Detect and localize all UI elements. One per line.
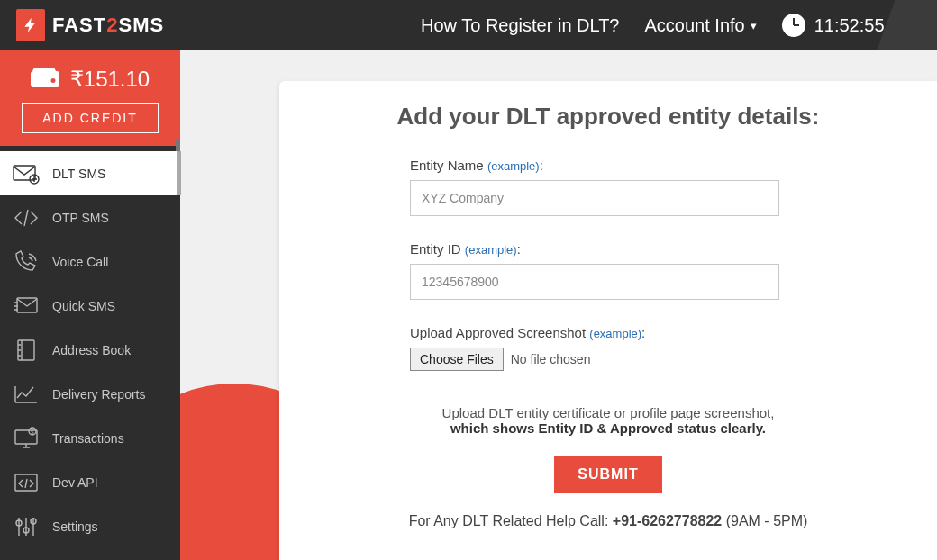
entity-form-card: Add your DLT approved entity details: En… [279, 81, 937, 560]
sidebar-item-label: DLT SMS [52, 167, 105, 181]
wallet-block: ₹151.10 ADD CREDIT [0, 50, 180, 146]
sidebar-item-dlt-sms[interactable]: DLT SMS [0, 151, 180, 195]
mail-arrow-icon [13, 294, 40, 318]
sidebar-item-label: Voice Call [52, 255, 108, 269]
brand-logo[interactable]: FAST2SMS [0, 0, 180, 50]
sidebar-item-delivery-reports[interactable]: Delivery Reports [0, 372, 180, 416]
svg-rect-2 [17, 298, 37, 312]
sidebar-item-settings[interactable]: Settings [0, 504, 180, 548]
balance-amount: ₹151.10 [70, 67, 150, 92]
entity-id-example-link[interactable]: (example) [465, 243, 517, 257]
choose-files-button[interactable]: Choose Files [410, 348, 504, 371]
phone-icon [13, 250, 40, 274]
code-window-icon [13, 471, 40, 494]
sidebar-item-label: Delivery Reports [52, 387, 145, 402]
sidebar-item-voice-call[interactable]: Voice Call [0, 239, 180, 284]
wallet-icon [31, 68, 61, 91]
header-slant [869, 0, 937, 50]
app-header: FAST2SMS How To Register in DLT? Account… [0, 0, 937, 50]
entity-id-label: Entity ID (example): [410, 241, 860, 257]
account-info-menu[interactable]: Account Info ▾ [645, 15, 757, 36]
svg-rect-0 [14, 166, 35, 180]
sidebar-item-quick-sms[interactable]: Quick SMS [0, 284, 180, 328]
sliders-icon [13, 515, 40, 538]
monitor-money-icon: $ [13, 427, 40, 450]
form-heading: Add your DLT approved entity details: [356, 103, 860, 131]
file-input-row: Choose Files No file chosen [410, 348, 860, 371]
sidebar-item-label: Quick SMS [52, 299, 115, 313]
sidebar: ₹151.10 ADD CREDIT DLT SMS OTP SMS Voice… [0, 50, 180, 560]
sidebar-item-label: Settings [52, 519, 98, 534]
chevron-down-icon: ▾ [751, 19, 757, 32]
sidebar-item-label: Dev API [52, 475, 98, 490]
bolt-icon [16, 9, 45, 41]
entity-name-label: Entity Name (example): [410, 158, 860, 173]
upload-hint: Upload DLT entity certificate or profile… [356, 405, 860, 436]
entity-name-input[interactable] [410, 180, 779, 216]
chart-icon [13, 383, 40, 406]
book-icon [13, 339, 40, 362]
sidebar-item-address-book[interactable]: Address Book [0, 328, 180, 372]
wallet-balance: ₹151.10 [9, 67, 171, 92]
nav: DLT SMS OTP SMS Voice Call Quick SMS Add… [0, 151, 180, 548]
add-credit-button[interactable]: ADD CREDIT [22, 103, 159, 133]
account-info-label: Account Info [645, 15, 745, 36]
upload-label: Upload Approved Screenshot (example): [410, 325, 860, 340]
sidebar-item-transactions[interactable]: $ Transactions [0, 416, 180, 460]
content-area: Add your DLT approved entity details: En… [180, 50, 937, 560]
file-status: No file chosen [511, 352, 591, 366]
brand-text: FAST2SMS [52, 14, 164, 37]
clock-icon [782, 14, 805, 37]
register-dlt-link[interactable]: How To Register in DLT? [421, 15, 619, 36]
entity-id-input[interactable] [410, 264, 779, 300]
help-line: For Any DLT Related Help Call: +91-62627… [356, 513, 860, 529]
sidebar-item-label: OTP SMS [52, 211, 109, 225]
sidebar-item-label: Address Book [52, 343, 131, 357]
entity-name-example-link[interactable]: (example) [487, 159, 540, 173]
submit-button[interactable]: SUBMIT [554, 456, 661, 493]
sidebar-item-otp-sms[interactable]: OTP SMS [0, 195, 180, 239]
header-right: How To Register in DLT? Account Info ▾ 1… [421, 14, 937, 37]
code-icon [13, 206, 40, 230]
sidebar-item-dev-api[interactable]: Dev API [0, 460, 180, 504]
mail-plus-icon [13, 162, 40, 185]
upload-example-link[interactable]: (example) [589, 327, 641, 340]
sidebar-item-label: Transactions [52, 431, 124, 446]
